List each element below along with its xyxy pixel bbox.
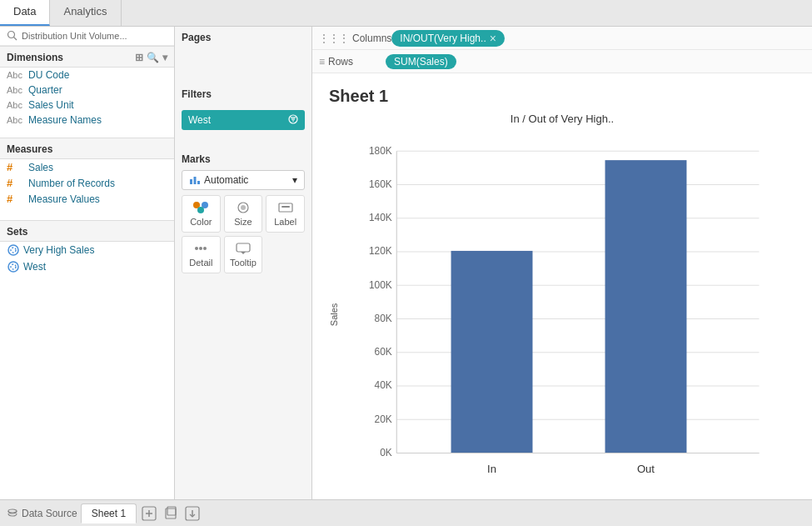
svg-point-49 (8, 509, 17, 513)
filters-section: Filters (175, 82, 311, 107)
chevron-dim-icon[interactable]: ▾ (162, 52, 167, 63)
chart-area: Sheet 1 In / Out of Very High.. Sales (312, 73, 812, 499)
svg-text:80K: 80K (375, 313, 392, 324)
data-source-tab[interactable]: Data Source (7, 508, 77, 519)
svg-rect-11 (194, 177, 197, 184)
svg-point-5 (11, 264, 16, 269)
measure-number-of-records[interactable]: # Number of Records (0, 175, 174, 191)
measures-header: Measures (0, 138, 174, 159)
svg-marker-24 (241, 252, 246, 254)
svg-text:100K: 100K (369, 279, 392, 291)
filter-west-chip[interactable]: West (182, 110, 305, 130)
sets-header: Sets (0, 220, 174, 242)
svg-rect-23 (237, 243, 250, 252)
duplicate-sheet-icon[interactable] (162, 504, 180, 523)
search-dim-icon[interactable]: 🔍 (147, 52, 159, 63)
svg-point-17 (241, 205, 246, 210)
bar-chart-svg: 180K 160K 140K 120K 100K 80K 60K 40K 20K… (342, 132, 795, 497)
rows-pill[interactable]: SUM(Sales) (386, 54, 456, 69)
rows-label: ≡ Rows (319, 56, 386, 68)
export-sheet-icon[interactable] (183, 504, 202, 523)
rows-shelf: ≡ Rows SUM(Sales) (312, 50, 812, 73)
svg-rect-12 (197, 181, 200, 184)
set-icon-west (7, 260, 20, 273)
y-axis-label: Sales (329, 132, 339, 497)
detail-icon (192, 242, 209, 255)
label-icon (277, 201, 294, 214)
svg-rect-19 (281, 206, 290, 208)
measure-sales[interactable]: # Sales (0, 159, 174, 175)
bar-chart-icon (189, 174, 201, 186)
filter-icon (288, 113, 298, 127)
svg-text:160K: 160K (369, 178, 392, 190)
marks-label-btn[interactable]: Label (266, 195, 305, 233)
bar-in[interactable] (451, 251, 533, 453)
svg-text:140K: 140K (369, 212, 392, 223)
svg-text:0K: 0K (380, 447, 392, 458)
svg-point-3 (11, 248, 16, 253)
marks-label: Marks (182, 153, 305, 165)
middle-panel: Pages Filters West Marks (175, 27, 312, 499)
set-icon-very-high-sales (7, 243, 20, 257)
columns-shelf: ⋮⋮⋮ Columns IN/OUT(Very High.. × (312, 27, 812, 50)
chart-title: Sheet 1 (329, 87, 795, 106)
dimensions-header: Dimensions ⊞ 🔍 ▾ (0, 46, 174, 68)
size-icon (235, 201, 252, 214)
search-icon (7, 30, 18, 42)
sheet1-tab[interactable]: Sheet 1 (81, 503, 137, 523)
dim-measure-names[interactable]: Abc Measure Names (0, 113, 174, 128)
chart-svg-container: 180K 160K 140K 120K 100K 80K 60K 40K 20K… (342, 132, 795, 497)
tab-data[interactable]: Data (0, 0, 50, 26)
svg-point-4 (8, 262, 18, 272)
dropdown-arrow-icon: ▾ (292, 174, 297, 186)
set-west[interactable]: West (0, 258, 174, 275)
measure-values[interactable]: # Measure Values (0, 191, 174, 207)
marks-type-dropdown[interactable]: Automatic ▾ (182, 170, 305, 190)
svg-text:Out: Out (637, 463, 655, 475)
dim-du-code[interactable]: Abc DU Code (0, 68, 174, 83)
marks-color-btn[interactable]: Color (182, 195, 221, 233)
tooltip-icon (235, 242, 252, 255)
top-tab-bar: Data Analytics (0, 0, 812, 27)
svg-text:20K: 20K (375, 413, 392, 425)
svg-point-21 (199, 247, 202, 250)
pages-label: Pages (175, 27, 311, 48)
columns-pill-close[interactable]: × (490, 32, 496, 45)
marks-detail-btn[interactable]: Detail (182, 236, 221, 273)
left-panel: Distribution Unit Volume... Dimensions ⊞… (0, 27, 175, 499)
main-layout: Distribution Unit Volume... Dimensions ⊞… (0, 27, 812, 499)
svg-point-15 (197, 207, 204, 213)
svg-rect-10 (190, 179, 192, 184)
svg-line-1 (14, 38, 17, 41)
dim-quarter[interactable]: Abc Quarter (0, 83, 174, 98)
svg-point-0 (8, 32, 15, 38)
svg-text:120K: 120K (369, 245, 392, 257)
marks-size-btn[interactable]: Size (224, 195, 263, 233)
columns-icon: ⋮⋮⋮ (319, 33, 349, 44)
chart-subtitle: In / Out of Very High.. (329, 113, 795, 125)
marks-buttons-grid: Color Size Label (182, 195, 305, 273)
columns-label: ⋮⋮⋮ Columns (319, 33, 391, 44)
svg-point-2 (8, 245, 18, 255)
bottom-bar: Data Source Sheet 1 (0, 499, 812, 526)
svg-text:In: In (487, 463, 496, 475)
columns-pill[interactable]: IN/OUT(Very High.. × (391, 30, 505, 47)
dim-sales-unit[interactable]: Abc Sales Unit (0, 98, 174, 113)
add-sheet-icon[interactable] (140, 504, 158, 523)
svg-point-22 (203, 247, 207, 250)
color-dots-icon (192, 201, 209, 214)
marks-section: Marks Automatic ▾ (175, 147, 311, 280)
svg-text:40K: 40K (375, 379, 392, 391)
set-very-high-sales[interactable]: Very High Sales (0, 242, 174, 258)
bar-out[interactable] (605, 160, 687, 453)
rows-icon: ≡ (319, 56, 325, 68)
grid-icon[interactable]: ⊞ (135, 52, 143, 63)
database-icon (7, 508, 18, 519)
marks-tooltip-btn[interactable]: Tooltip (224, 236, 263, 273)
right-panel: ⋮⋮⋮ Columns IN/OUT(Very High.. × ≡ Rows … (312, 27, 812, 499)
svg-point-20 (195, 247, 198, 250)
tab-analytics[interactable]: Analytics (50, 0, 121, 26)
distribution-unit[interactable]: Distribution Unit Volume... (0, 27, 174, 46)
svg-text:60K: 60K (375, 346, 392, 358)
svg-text:180K: 180K (369, 145, 392, 157)
